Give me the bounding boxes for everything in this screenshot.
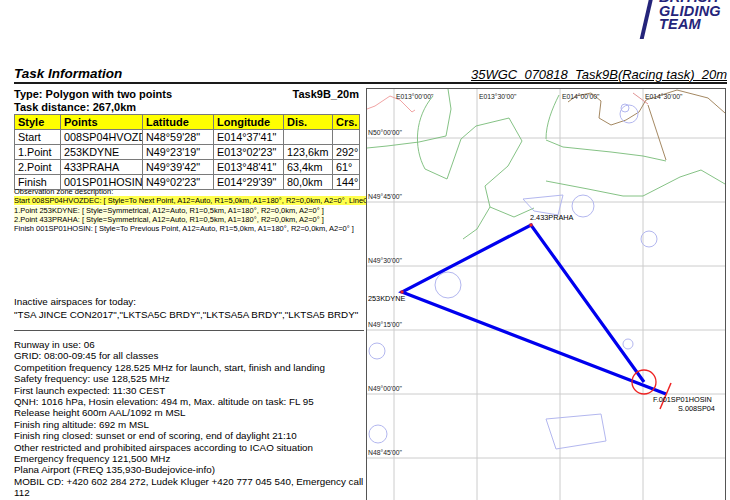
info-line: Finish ring closed: sunset or end of sco… <box>14 430 381 441</box>
info-line: Plana Airport (FREQ 135,930-Budejovice-i… <box>14 464 381 475</box>
lon-label: E014°00'00" <box>562 93 600 100</box>
cell-distance: 63,4km <box>284 160 333 175</box>
lat-label: N48°45'00" <box>368 449 403 456</box>
info-line: 112 <box>14 487 381 498</box>
lat-label: N49°30'00" <box>368 257 403 264</box>
waypoint-label-praha: 2.433PRAHA <box>530 213 574 222</box>
info-line: Safety frequency: use 128,525 MHz <box>14 373 381 384</box>
info-line: Other restricted and prohibited airspace… <box>14 442 381 453</box>
info-line: GRID: 08:00-09:45 for all classes <box>14 350 381 361</box>
lat-label: N49°15'00" <box>368 321 403 328</box>
inactive-airspaces-title: Inactive airspaces for today: <box>14 296 358 309</box>
observation-zone-title: Observation zone description: <box>14 187 379 196</box>
cell-latitude: N48°59'28" <box>143 130 214 145</box>
briefing-info-block: Runway in use: 06 GRID: 08:00-09:45 for … <box>14 339 381 500</box>
col-style: Style <box>15 115 61 130</box>
cell-point: 433PRAHA <box>61 160 143 175</box>
table-header-row: Style Points Latitude Longitude Dis. Crs… <box>15 115 360 130</box>
observation-zone-block: Observation zone description: Start 008S… <box>14 187 379 233</box>
col-latitude: Latitude <box>143 115 214 130</box>
cell-style: 1.Point <box>15 145 61 160</box>
table-row: Start 008SP04HVOZDEC N48°59'28" E014°37'… <box>15 130 360 145</box>
latitude-labels: N50°00'00" N49°45'00" N49°30'00" N49°15'… <box>368 129 403 456</box>
inactive-airspaces-block: Inactive airspaces for today: "TSA JINCE… <box>14 296 358 321</box>
inactive-airspaces-list: "TSA JINCE CON2017","LKTSA5C BRDY","LKTS… <box>14 309 358 322</box>
cell-course: 61° <box>333 160 360 175</box>
col-distance: Dis. <box>284 115 333 130</box>
task-distance: Task distance: 267,0km <box>14 101 136 113</box>
obs-line-point2: 2.Point 433PRAHA: [ Style=Symmetrical, A… <box>14 215 324 224</box>
obs-line-finish: Finish 001SP01HOSIN: [ Style=To Previous… <box>14 224 354 233</box>
header-rule <box>14 82 727 84</box>
task-name: Task9B_20m <box>293 88 359 100</box>
cell-style: 2.Point <box>15 160 61 175</box>
info-line: Runway in use: 06 <box>14 339 381 350</box>
cell-distance <box>284 130 333 145</box>
table-row: 1.Point 253KDYNE N49°23'19" E013°02'23" … <box>15 145 360 160</box>
info-line: Competition frequency 128.525 MHz for la… <box>14 362 381 373</box>
lon-label: E013°00'00" <box>396 93 434 100</box>
british-gliding-team-logo: BRITISH GLIDING TEAM <box>645 0 721 39</box>
lon-label: E013°30'00" <box>479 93 517 100</box>
cell-longitude: E013°48'41" <box>214 160 284 175</box>
waypoint-label-start: S.008SP04 <box>678 404 715 413</box>
info-line: First launch expected: 11:30 CEST <box>14 385 381 396</box>
lat-label: N49°00'00" <box>368 385 403 392</box>
info-line: Release height 600m AAL/1092 m MSL <box>14 407 381 418</box>
logo-slash-icon <box>640 0 655 39</box>
cell-longitude: E014°37'41" <box>214 130 284 145</box>
cell-distance: 123,6km <box>284 145 333 160</box>
task-map-canvas: E013°00'00" E013°30'00" E014°00'00" E014… <box>367 89 725 500</box>
cell-course: 292° <box>333 145 360 160</box>
info-line: Finish ring altitude: 692 m MSL <box>14 419 381 430</box>
map-grid <box>367 89 725 500</box>
obs-line-point1: 1.Point 253KDYNE: [ Style=Symmetrical, A… <box>14 206 324 215</box>
cell-point: 253KDYNE <box>61 145 143 160</box>
task-map: E013°00'00" E013°30'00" E014°00'00" E014… <box>366 88 726 500</box>
col-points: Points <box>61 115 143 130</box>
logo-line-3: TEAM <box>659 18 721 32</box>
page-title: Task Information <box>14 66 122 81</box>
waypoint-table: Style Points Latitude Longitude Dis. Crs… <box>14 114 360 190</box>
col-course: Crs. <box>333 115 360 130</box>
airspace-zones-blue <box>369 104 657 449</box>
lat-label: N50°00'00" <box>368 129 403 136</box>
section-divider <box>14 330 364 331</box>
airspace-outlines-brown <box>568 90 725 160</box>
document-title: 35WGC_070818_Task9B(Racing task)_20m <box>471 67 727 82</box>
col-longitude: Longitude <box>214 115 284 130</box>
task-sheet: BRITISH GLIDING TEAM Task Information 35… <box>0 0 730 500</box>
lon-label: E014°30'00" <box>645 93 683 100</box>
cell-point: 008SP04HVOZDEC <box>61 130 143 145</box>
waypoint-label-kdyne: 253KDYNE <box>368 294 405 303</box>
cell-style: Start <box>15 130 61 145</box>
cell-course <box>333 130 360 145</box>
longitude-labels: E013°00'00" E013°30'00" E014°00'00" E014… <box>396 93 683 100</box>
info-line: Emergency frequency 121,500 MHz <box>14 453 381 464</box>
waypoint-label-finish: F.001SP01HOSIN <box>653 395 712 404</box>
info-line: MOBIL CD: +420 602 284 272, Ludek Kluger… <box>14 476 381 487</box>
table-row: 2.Point 433PRAHA N49°39'42" E013°48'41" … <box>15 160 360 175</box>
obs-line-start: Start 008SP04HVOZDEC: [ Style=To Next Po… <box>14 196 379 205</box>
cell-longitude: E013°02'23" <box>214 145 284 160</box>
lat-label: N49°45'00" <box>368 193 403 200</box>
info-line: QNH: 1016 hPa, Hosin elevation: 494 m, M… <box>14 396 381 407</box>
cell-latitude: N49°23'19" <box>143 145 214 160</box>
cell-latitude: N49°39'42" <box>143 160 214 175</box>
task-legs <box>402 225 666 394</box>
task-type: Type: Polygon with two points <box>14 88 172 100</box>
